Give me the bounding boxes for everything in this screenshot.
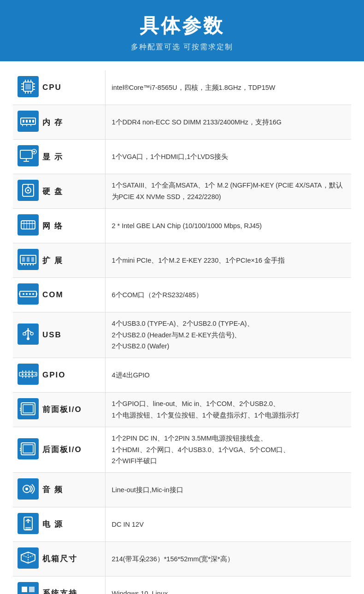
svg-rect-105 <box>29 587 35 592</box>
table-row-network: 网 络2 * Intel GBE LAN Chip (10/100/1000 M… <box>13 209 351 243</box>
value-cell-os: Windows 10, Linux <box>105 576 351 594</box>
rear-panel-label: 后面板I/O <box>42 444 82 455</box>
cpu-label: CPU <box>42 83 62 92</box>
cpu-icon <box>18 76 39 99</box>
table-row-com: COM6个COM口（2个RS232/485） <box>13 278 351 312</box>
svg-rect-68 <box>27 337 29 340</box>
value-cell-expansion: 1个mini PCIe、1个M.2 E-KEY 2230、1个PCIe×16 金… <box>105 243 351 278</box>
memory-label: 内 存 <box>42 117 63 128</box>
table-row-expansion: 扩 展1个mini PCIe、1个M.2 E-KEY 2230、1个PCIe×1… <box>13 243 351 278</box>
label-cell-cpu: CPU <box>13 71 105 105</box>
gpio-icon <box>18 364 39 387</box>
chassis-icon <box>18 547 39 570</box>
svg-rect-2 <box>25 84 31 89</box>
table-row-storage: 硬 盘1个SATAIII、1个全高MSATA、1个 M.2 (NGFF)M-KE… <box>13 174 351 209</box>
label-cell-os: 系统支持 <box>13 576 105 594</box>
svg-point-71 <box>22 373 23 375</box>
svg-rect-20 <box>32 120 34 123</box>
table-row-audio: 音 频Line-out接口,Mic-in接口 <box>13 472 351 507</box>
value-cell-com: 6个COM口（2个RS232/485） <box>105 278 351 312</box>
svg-rect-18 <box>26 120 28 123</box>
value-cell-network: 2 * Intel GBE LAN Chip (10/100/1000 Mbps… <box>105 209 351 243</box>
label-cell-expansion: 扩 展 <box>13 243 105 278</box>
label-cell-front-panel: 前面板I/O <box>13 392 105 427</box>
svg-point-74 <box>31 373 33 375</box>
display-icon <box>18 145 39 168</box>
header: 具体参数 多种配置可选 可按需求定制 <box>0 0 364 61</box>
display-label: 显 示 <box>42 152 63 162</box>
value-cell-power: DC IN 12V <box>105 507 351 541</box>
table-row-display: 显 示1个VGA口，1个HDMI口,1个LVDS接头 <box>13 140 351 174</box>
value-cell-memory: 1个DDR4 non-ECC SO DIMM 2133/2400MHz，支持16… <box>105 105 351 140</box>
label-cell-memory: 内 存 <box>13 105 105 140</box>
front-panel-label: 前面板I/O <box>42 404 82 415</box>
table-row-cpu: CPUintel®Core™i7-8565U，四核，主频1.8GHz，TDP15… <box>13 71 351 105</box>
label-cell-audio: 音 频 <box>13 472 105 507</box>
svg-rect-104 <box>22 587 27 592</box>
label-cell-usb: USB <box>13 312 105 358</box>
value-cell-front-panel: 1个GPIO口、line-out、Mic in、1个COM、2个USB2.0、1… <box>105 392 351 427</box>
storage-label: 硬 盘 <box>42 186 63 197</box>
table-row-front-panel: 前面板I/O1个GPIO口、line-out、Mic in、1个COM、2个US… <box>13 392 351 427</box>
table-row-os: 系统支持Windows 10, Linux <box>13 576 351 594</box>
os-label: 系统支持 <box>42 588 77 594</box>
table-row-power: 电 源DC IN 12V <box>13 507 351 541</box>
table-row-gpio: GPIO4进4出GPIO <box>13 358 351 392</box>
front-panel-icon <box>18 398 39 421</box>
value-cell-storage: 1个SATAIII、1个全高MSATA、1个 M.2 (NGFF)M-KEY (… <box>105 174 351 209</box>
value-cell-display: 1个VGA口，1个HDMI口,1个LVDS接头 <box>105 140 351 174</box>
value-cell-chassis: 214(带耳朵236）*156*52mm(宽*深*高） <box>105 541 351 576</box>
memory-icon <box>18 111 39 134</box>
svg-point-73 <box>28 373 30 375</box>
page-subtitle: 多种配置可选 可按需求定制 <box>9 42 355 52</box>
value-cell-rear-panel: 1个2PIN DC IN、1个2PIN 3.5MM电源按钮接线盒、1个HDMI、… <box>105 427 351 472</box>
value-cell-cpu: intel®Core™i7-8565U，四核，主频1.8GHz，TDP15W <box>105 71 351 105</box>
storage-icon <box>18 180 39 203</box>
com-label: COM <box>42 290 64 300</box>
value-cell-gpio: 4进4出GPIO <box>105 358 351 392</box>
svg-rect-19 <box>29 120 31 123</box>
usb-icon <box>18 323 39 347</box>
page-title: 具体参数 <box>9 13 355 39</box>
table-row-rear-panel: 后面板I/O1个2PIN DC IN、1个2PIN 3.5MM电源按钮接线盒、1… <box>13 427 351 472</box>
power-label: 电 源 <box>42 519 63 529</box>
usb-label: USB <box>42 330 62 340</box>
svg-point-55 <box>26 293 28 295</box>
label-cell-storage: 硬 盘 <box>13 174 105 209</box>
network-icon <box>18 214 39 237</box>
value-cell-audio: Line-out接口,Mic-in接口 <box>105 472 351 507</box>
expansion-icon <box>18 249 39 272</box>
audio-icon <box>18 478 39 501</box>
svg-rect-52 <box>18 283 39 305</box>
gpio-label: GPIO <box>42 371 66 380</box>
svg-rect-35 <box>18 214 39 235</box>
power-icon <box>18 513 39 536</box>
svg-point-75 <box>35 373 36 375</box>
label-cell-com: COM <box>13 278 105 312</box>
label-cell-chassis: 机箱尺寸 <box>13 541 105 576</box>
svg-rect-17 <box>23 120 24 123</box>
specs-table: CPUintel®Core™i7-8565U，四核，主频1.8GHz，TDP15… <box>13 71 351 594</box>
os-icon <box>18 582 39 594</box>
svg-rect-45 <box>27 257 29 262</box>
svg-point-27 <box>33 151 35 153</box>
svg-point-72 <box>25 373 27 375</box>
svg-rect-97 <box>18 513 39 534</box>
svg-rect-44 <box>22 257 25 262</box>
label-cell-power: 电 源 <box>13 507 105 541</box>
svg-point-96 <box>25 488 28 490</box>
rear-panel-icon <box>18 438 39 461</box>
label-cell-network: 网 络 <box>13 209 105 243</box>
svg-point-57 <box>32 293 34 295</box>
svg-point-33 <box>27 189 29 191</box>
svg-rect-46 <box>31 257 34 262</box>
label-cell-display: 显 示 <box>13 140 105 174</box>
table-row-chassis: 机箱尺寸214(带耳朵236）*156*52mm(宽*深*高） <box>13 541 351 576</box>
network-label: 网 络 <box>42 221 63 231</box>
table-row-usb: USB4个USB3.0 (TYPE-A)、2个USB2.0 (TYPE-A)、2… <box>13 312 351 358</box>
value-cell-usb: 4个USB3.0 (TYPE-A)、2个USB2.0 (TYPE-A)、2个US… <box>105 312 351 358</box>
svg-point-54 <box>23 293 24 295</box>
com-icon <box>18 283 39 306</box>
svg-point-56 <box>29 293 31 295</box>
specs-table-container: CPUintel®Core™i7-8565U，四核，主频1.8GHz，TDP15… <box>0 61 364 594</box>
